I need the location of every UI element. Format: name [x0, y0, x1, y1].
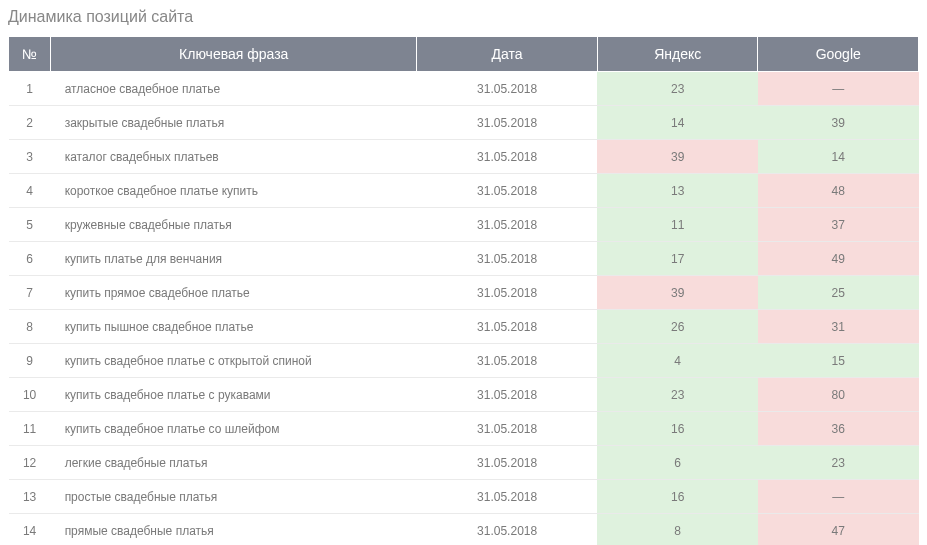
table-row: 1атласное свадебное платье31.05.201823—: [9, 72, 919, 106]
cell-date: 31.05.2018: [417, 480, 598, 514]
cell-number: 7: [9, 276, 51, 310]
cell-keyword: легкие свадебные платья: [51, 446, 417, 480]
table-row: 8купить пышное свадебное платье31.05.201…: [9, 310, 919, 344]
cell-date: 31.05.2018: [417, 276, 598, 310]
cell-yandex: 14: [597, 106, 758, 140]
cell-yandex: 23: [597, 378, 758, 412]
cell-keyword: простые свадебные платья: [51, 480, 417, 514]
cell-keyword: купить свадебное платье со шлейфом: [51, 412, 417, 446]
cell-google: 25: [758, 276, 919, 310]
cell-google: 48: [758, 174, 919, 208]
cell-keyword: прямые свадебные платья: [51, 514, 417, 546]
cell-yandex: 4: [597, 344, 758, 378]
cell-yandex: 13: [597, 174, 758, 208]
cell-google: —: [758, 72, 919, 106]
cell-yandex: 6: [597, 446, 758, 480]
cell-number: 14: [9, 514, 51, 546]
cell-yandex: 23: [597, 72, 758, 106]
cell-google: 47: [758, 514, 919, 546]
cell-google: 37: [758, 208, 919, 242]
cell-date: 31.05.2018: [417, 446, 598, 480]
table-row: 10купить свадебное платье с рукавами31.0…: [9, 378, 919, 412]
cell-google: 15: [758, 344, 919, 378]
cell-date: 31.05.2018: [417, 72, 598, 106]
table-row: 13простые свадебные платья31.05.201816—: [9, 480, 919, 514]
header-google: Google: [758, 37, 919, 72]
cell-yandex: 8: [597, 514, 758, 546]
cell-google: 39: [758, 106, 919, 140]
cell-keyword: атласное свадебное платье: [51, 72, 417, 106]
cell-google: 23: [758, 446, 919, 480]
table-body: 1атласное свадебное платье31.05.201823—2…: [9, 72, 919, 546]
cell-date: 31.05.2018: [417, 310, 598, 344]
header-keyword: Ключевая фраза: [51, 37, 417, 72]
table-row: 4короткое свадебное платье купить31.05.2…: [9, 174, 919, 208]
cell-google: 36: [758, 412, 919, 446]
table-row: 14прямые свадебные платья31.05.2018847: [9, 514, 919, 546]
cell-date: 31.05.2018: [417, 140, 598, 174]
table-row: 7купить прямое свадебное платье31.05.201…: [9, 276, 919, 310]
cell-date: 31.05.2018: [417, 514, 598, 546]
table-row: 12легкие свадебные платья31.05.2018623: [9, 446, 919, 480]
cell-google: 80: [758, 378, 919, 412]
cell-keyword: кружевные свадебные платья: [51, 208, 417, 242]
cell-yandex: 16: [597, 412, 758, 446]
positions-table: № Ключевая фраза Дата Яндекс Google 1атл…: [8, 36, 919, 545]
cell-date: 31.05.2018: [417, 412, 598, 446]
cell-number: 9: [9, 344, 51, 378]
cell-keyword: купить платье для венчания: [51, 242, 417, 276]
cell-number: 6: [9, 242, 51, 276]
table-header-row: № Ключевая фраза Дата Яндекс Google: [9, 37, 919, 72]
cell-keyword: закрытые свадебные платья: [51, 106, 417, 140]
cell-keyword: каталог свадебных платьев: [51, 140, 417, 174]
cell-keyword: купить прямое свадебное платье: [51, 276, 417, 310]
cell-number: 11: [9, 412, 51, 446]
cell-keyword: короткое свадебное платье купить: [51, 174, 417, 208]
table-row: 6купить платье для венчания31.05.2018174…: [9, 242, 919, 276]
cell-google: 14: [758, 140, 919, 174]
cell-yandex: 39: [597, 276, 758, 310]
cell-yandex: 16: [597, 480, 758, 514]
cell-number: 4: [9, 174, 51, 208]
cell-date: 31.05.2018: [417, 106, 598, 140]
cell-yandex: 26: [597, 310, 758, 344]
cell-date: 31.05.2018: [417, 242, 598, 276]
cell-google: 31: [758, 310, 919, 344]
cell-number: 2: [9, 106, 51, 140]
cell-date: 31.05.2018: [417, 378, 598, 412]
cell-keyword: купить свадебное платье с рукавами: [51, 378, 417, 412]
cell-yandex: 17: [597, 242, 758, 276]
header-number: №: [9, 37, 51, 72]
cell-date: 31.05.2018: [417, 174, 598, 208]
table-row: 5кружевные свадебные платья31.05.2018113…: [9, 208, 919, 242]
page-title: Динамика позиций сайта: [8, 8, 919, 26]
cell-keyword: купить пышное свадебное платье: [51, 310, 417, 344]
cell-date: 31.05.2018: [417, 208, 598, 242]
cell-number: 8: [9, 310, 51, 344]
cell-date: 31.05.2018: [417, 344, 598, 378]
cell-number: 12: [9, 446, 51, 480]
cell-google: 49: [758, 242, 919, 276]
header-date: Дата: [417, 37, 598, 72]
cell-number: 5: [9, 208, 51, 242]
table-row: 2закрытые свадебные платья31.05.20181439: [9, 106, 919, 140]
cell-number: 10: [9, 378, 51, 412]
cell-number: 1: [9, 72, 51, 106]
cell-google: —: [758, 480, 919, 514]
cell-yandex: 11: [597, 208, 758, 242]
cell-number: 3: [9, 140, 51, 174]
table-row: 11купить свадебное платье со шлейфом31.0…: [9, 412, 919, 446]
table-row: 3каталог свадебных платьев31.05.20183914: [9, 140, 919, 174]
cell-number: 13: [9, 480, 51, 514]
table-row: 9купить свадебное платье с открытой спин…: [9, 344, 919, 378]
header-yandex: Яндекс: [597, 37, 758, 72]
cell-keyword: купить свадебное платье с открытой спино…: [51, 344, 417, 378]
cell-yandex: 39: [597, 140, 758, 174]
